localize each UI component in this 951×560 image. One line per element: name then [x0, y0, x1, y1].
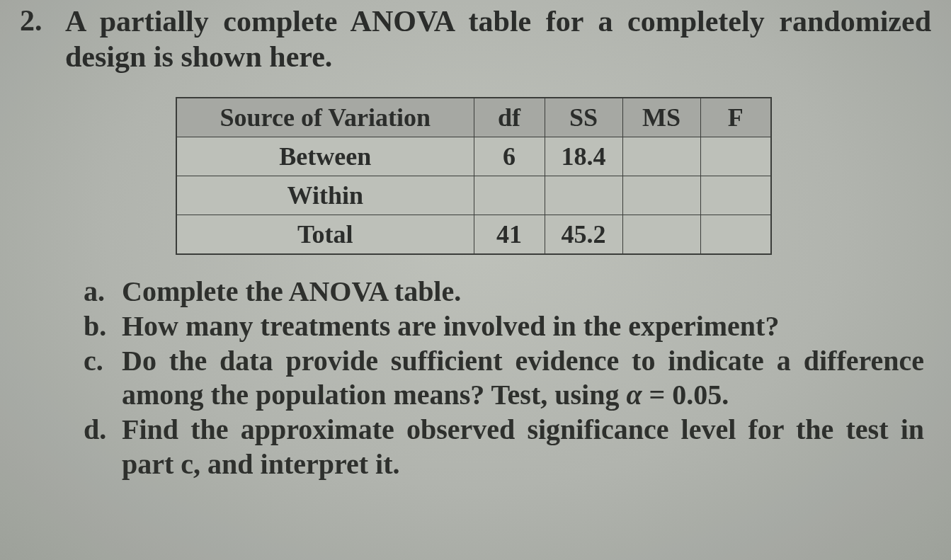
col-header-f: F	[700, 98, 771, 137]
table-row: Total 41 45.2	[176, 215, 771, 255]
part-a: a. Complete the ANOVA table.	[84, 275, 924, 309]
cell-df: 41	[474, 215, 545, 255]
part-text: Complete the ANOVA table.	[122, 275, 924, 309]
part-text: Do the data provide sufficient evidence …	[122, 344, 924, 413]
table-row: Between 6 18.4	[176, 137, 771, 176]
part-c-pre: Do the data provide sufficient evidence …	[122, 345, 924, 411]
table-header-row: Source of Variation df SS MS F	[176, 98, 771, 137]
col-header-ms: MS	[622, 98, 700, 137]
part-text: How many treatments are involved in the …	[122, 309, 924, 344]
cell-source: Within	[176, 176, 474, 215]
col-header-ss: SS	[545, 98, 622, 137]
table-row: Within	[176, 176, 771, 215]
cell-f	[700, 176, 771, 215]
part-d: d. Find the approximate observed signifi…	[84, 413, 924, 482]
cell-df: 6	[474, 137, 545, 176]
part-b: b. How many treatments are involved in t…	[84, 309, 924, 344]
cell-source: Between	[176, 137, 474, 176]
anova-table: Source of Variation df SS MS F Between 6…	[176, 97, 772, 255]
question-number: 2.	[20, 4, 52, 37]
cell-source: Total	[176, 215, 474, 255]
part-label: c.	[84, 344, 113, 379]
cell-ss: 18.4	[545, 137, 622, 176]
part-label: a.	[84, 275, 113, 309]
question-prompt: A partially complete ANOVA table for a c…	[65, 4, 931, 74]
part-text: Find the approximate observed significan…	[122, 413, 924, 482]
question-row: 2. A partially complete ANOVA table for …	[20, 4, 931, 74]
col-header-source: Source of Variation	[176, 98, 474, 137]
cell-ms	[622, 137, 700, 176]
part-label: b.	[84, 309, 113, 344]
alpha-symbol: α	[626, 379, 642, 411]
part-label: d.	[84, 413, 113, 447]
cell-f	[700, 137, 771, 176]
part-c: c. Do the data provide sufficient eviden…	[84, 344, 924, 413]
part-c-eq: = 0.05.	[642, 379, 729, 411]
cell-ms	[622, 215, 700, 255]
col-header-df: df	[474, 98, 545, 137]
cell-ss	[545, 176, 622, 215]
cell-ms	[622, 176, 700, 215]
anova-table-wrap: Source of Variation df SS MS F Between 6…	[176, 97, 931, 255]
cell-df	[474, 176, 545, 215]
cell-ss: 45.2	[545, 215, 622, 255]
question-parts: a. Complete the ANOVA table. b. How many…	[84, 275, 924, 482]
cell-f	[700, 215, 771, 255]
page: 2. A partially complete ANOVA table for …	[0, 0, 951, 560]
